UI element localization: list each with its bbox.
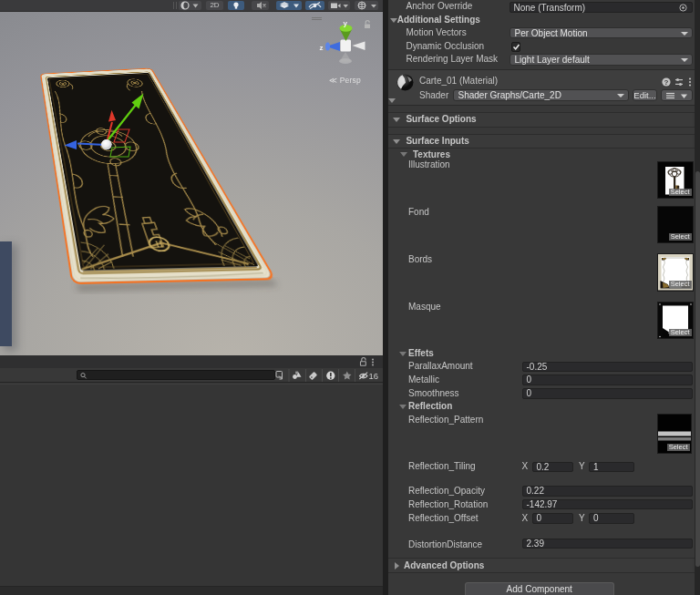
svg-text:16: 16 [369,371,379,381]
svg-text:y: y [344,19,348,27]
svg-text:z: z [320,44,324,52]
svg-text:?: ? [664,78,669,87]
